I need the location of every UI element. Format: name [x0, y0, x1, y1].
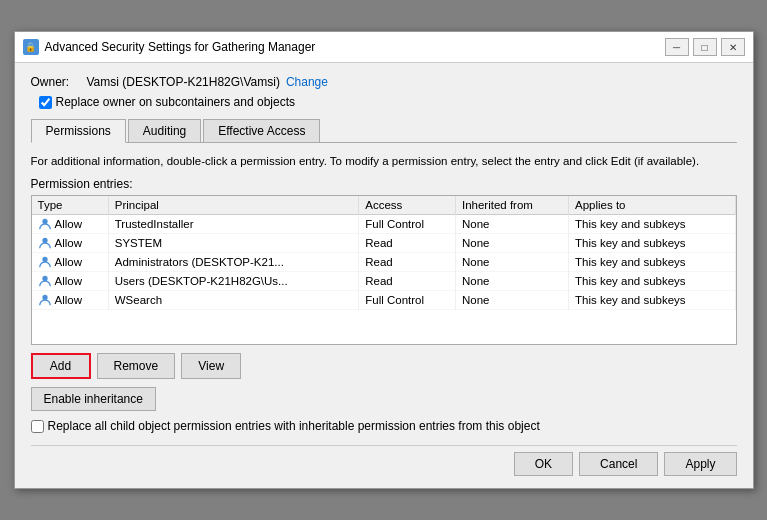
owner-value: Vamsi (DESKTOP-K21H82G\Vamsi): [87, 75, 280, 89]
close-button[interactable]: ✕: [721, 38, 745, 56]
bottom-buttons-row: OK Cancel Apply: [31, 445, 737, 476]
svg-point-3: [42, 276, 47, 281]
remove-button[interactable]: Remove: [97, 353, 176, 379]
cell-applies: This key and subkeys: [569, 291, 736, 310]
cell-principal: SYSTEM: [108, 234, 358, 253]
permission-table-container: Type Principal Access Inherited from App…: [31, 195, 737, 345]
cell-access: Full Control: [359, 291, 456, 310]
col-inherited: Inherited from: [455, 196, 568, 215]
svg-point-2: [42, 257, 47, 262]
col-applies: Applies to: [569, 196, 736, 215]
window-icon: 🔒: [23, 39, 39, 55]
cell-inherited: None: [455, 234, 568, 253]
cell-applies: This key and subkeys: [569, 253, 736, 272]
action-buttons-row: Add Remove View: [31, 353, 737, 379]
cell-inherited: None: [455, 272, 568, 291]
cell-inherited: None: [455, 291, 568, 310]
add-button[interactable]: Add: [31, 353, 91, 379]
owner-row: Owner: Vamsi (DESKTOP-K21H82G\Vamsi) Cha…: [31, 75, 737, 89]
cell-principal: WSearch: [108, 291, 358, 310]
table-row[interactable]: Allow SYSTEM Read None This key and subk…: [32, 234, 736, 253]
cell-principal: Users (DESKTOP-K21H82G\Us...: [108, 272, 358, 291]
owner-change-link[interactable]: Change: [286, 75, 328, 89]
window-content: Owner: Vamsi (DESKTOP-K21H82G\Vamsi) Cha…: [15, 63, 753, 488]
enable-inheritance-wrapper: Enable inheritance: [31, 387, 737, 419]
cell-type: Allow: [32, 291, 109, 310]
titlebar: 🔒 Advanced Security Settings for Gatheri…: [15, 32, 753, 63]
replace-all-row: Replace all child object permission entr…: [31, 419, 737, 435]
cell-applies: This key and subkeys: [569, 234, 736, 253]
permission-table-wrapper[interactable]: Type Principal Access Inherited from App…: [32, 196, 736, 344]
cell-type: Allow: [32, 215, 109, 234]
col-type: Type: [32, 196, 109, 215]
cell-principal: TrustedInstaller: [108, 215, 358, 234]
owner-label: Owner:: [31, 75, 81, 89]
tab-effective-access[interactable]: Effective Access: [203, 119, 320, 142]
table-row[interactable]: Allow Users (DESKTOP-K21H82G\Us... Read …: [32, 272, 736, 291]
cell-access: Full Control: [359, 215, 456, 234]
col-access: Access: [359, 196, 456, 215]
tab-auditing[interactable]: Auditing: [128, 119, 201, 142]
cell-access: Read: [359, 272, 456, 291]
col-principal: Principal: [108, 196, 358, 215]
apply-button[interactable]: Apply: [664, 452, 736, 476]
cell-access: Read: [359, 253, 456, 272]
svg-point-1: [42, 238, 47, 243]
table-row[interactable]: Allow WSearch Full Control None This key…: [32, 291, 736, 310]
enable-inheritance-button[interactable]: Enable inheritance: [31, 387, 156, 411]
info-text: For additional information, double-click…: [31, 153, 737, 169]
cell-type: Allow: [32, 253, 109, 272]
svg-point-4: [42, 295, 47, 300]
window-title: Advanced Security Settings for Gathering…: [45, 40, 665, 54]
tabs-bar: Permissions Auditing Effective Access: [31, 119, 737, 143]
minimize-button[interactable]: ─: [665, 38, 689, 56]
permission-table: Type Principal Access Inherited from App…: [32, 196, 736, 310]
cell-applies: This key and subkeys: [569, 215, 736, 234]
cancel-button[interactable]: Cancel: [579, 452, 658, 476]
view-button[interactable]: View: [181, 353, 241, 379]
ok-button[interactable]: OK: [514, 452, 573, 476]
replace-all-checkbox[interactable]: [31, 420, 44, 433]
permission-entries-label: Permission entries:: [31, 177, 737, 191]
replace-owner-row: Replace owner on subcontainers and objec…: [39, 95, 737, 109]
cell-access: Read: [359, 234, 456, 253]
main-window: 🔒 Advanced Security Settings for Gatheri…: [14, 31, 754, 489]
tab-permissions[interactable]: Permissions: [31, 119, 126, 143]
table-row[interactable]: Allow Administrators (DESKTOP-K21... Rea…: [32, 253, 736, 272]
replace-owner-checkbox[interactable]: [39, 96, 52, 109]
replace-owner-label: Replace owner on subcontainers and objec…: [56, 95, 295, 109]
cell-inherited: None: [455, 253, 568, 272]
cell-applies: This key and subkeys: [569, 272, 736, 291]
svg-point-0: [42, 219, 47, 224]
replace-all-label: Replace all child object permission entr…: [48, 419, 540, 435]
cell-principal: Administrators (DESKTOP-K21...: [108, 253, 358, 272]
table-row[interactable]: Allow TrustedInstaller Full Control None…: [32, 215, 736, 234]
titlebar-buttons: ─ □ ✕: [665, 38, 745, 56]
cell-type: Allow: [32, 272, 109, 291]
cell-type: Allow: [32, 234, 109, 253]
maximize-button[interactable]: □: [693, 38, 717, 56]
cell-inherited: None: [455, 215, 568, 234]
